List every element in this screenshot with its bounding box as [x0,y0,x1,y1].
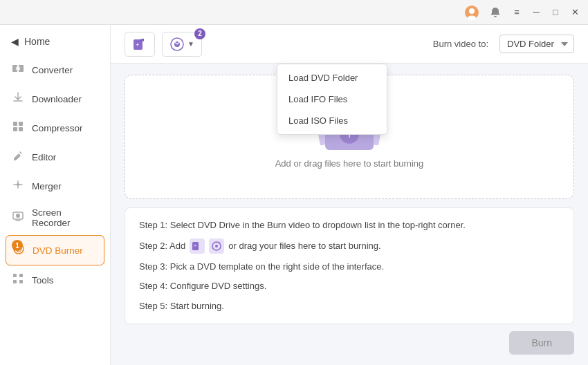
sidebar-item-dvd-burner[interactable]: 1 DVD Burner [6,235,104,265]
step-2-prefix: Step 2: Add [139,240,185,252]
step-3: Step 3: Pick a DVD template on the right… [139,261,560,273]
step-2: Step 2: Add + + or drag your files here … [139,238,560,254]
user-icon[interactable] [462,3,481,22]
sidebar-item-compressor[interactable]: Compressor [0,113,110,142]
add-dvd-icon: + [209,238,224,254]
sidebar: ◀ Home Converter Downloader Compressor [0,25,111,365]
svg-rect-16 [19,274,23,277]
sidebar-item-label: Screen Recorder [32,207,99,228]
sidebar-item-label: Converter [32,65,73,75]
sidebar-item-merger[interactable]: Merger [0,171,110,200]
bell-icon[interactable] [486,3,505,22]
svg-rect-17 [13,280,17,283]
back-home-button[interactable]: ◀ Home [0,30,110,53]
main-content: + 2 ▼ Load DVD Folder Load IFO Files [111,25,588,365]
sidebar-item-label: Editor [32,152,56,162]
app-body: ◀ Home Converter Downloader Compressor [0,25,588,365]
svg-rect-15 [13,274,17,277]
step-1-text: Step 1: Select DVD Drive in the Burn vid… [139,219,466,232]
svg-rect-8 [19,127,23,131]
load-ifo-files[interactable]: Load IFO Files [277,88,387,110]
toolbar: + 2 ▼ Load DVD Folder Load IFO Files [111,25,588,64]
svg-text:+: + [218,241,221,245]
minimize-button[interactable]: ─ [529,5,544,20]
load-button[interactable]: 2 ▼ [162,32,202,57]
compressor-icon [11,120,25,135]
svg-rect-6 [19,122,23,126]
tools-icon [11,272,25,288]
bottom-bar: Burn [111,324,588,362]
step-3-text: Step 3: Pick a DVD template on the right… [139,261,384,273]
sidebar-item-converter[interactable]: Converter [0,55,110,84]
sidebar-badge: 1 [12,240,23,251]
sidebar-item-tools[interactable]: Tools [0,265,110,294]
svg-rect-7 [13,127,17,131]
sidebar-item-editor[interactable]: Editor [0,142,110,171]
svg-point-1 [469,8,475,14]
sidebar-item-label: Tools [32,275,54,286]
back-label: Home [24,36,50,47]
step-5: Step 5: Start burning. [139,300,560,312]
svg-rect-3 [12,65,17,72]
step-2-suffix: or drag your files here to start burning… [228,240,380,252]
sidebar-item-screen-recorder[interactable]: Screen Recorder [0,200,110,235]
burn-to-label: Burn video to: [433,39,488,49]
load-iso-files[interactable]: Load ISO Files [277,110,387,131]
step-5-text: Step 5: Start burning. [139,300,224,312]
svg-rect-5 [13,122,17,126]
editor-icon [11,149,25,165]
add-file-button[interactable]: + [125,32,155,57]
sidebar-item-label: Merger [32,181,62,191]
svg-rect-18 [19,280,23,283]
sidebar-item-label: Downloader [32,94,82,104]
close-button[interactable]: ✕ [567,5,582,20]
burn-button[interactable]: Burn [509,331,574,355]
converter-icon [11,62,25,77]
title-bar: ≡ ─ □ ✕ [0,0,588,25]
downloader-icon [11,91,25,106]
svg-text:+: + [194,243,196,248]
maximize-button[interactable]: □ [548,5,563,20]
sidebar-item-label: DVD Burner [33,245,83,256]
step-4-text: Step 4: Configure DVD settings. [139,280,266,292]
load-badge: 2 [194,28,205,39]
sidebar-item-downloader[interactable]: Downloader [0,84,110,113]
svg-text:+: + [136,41,139,48]
add-video-icon: + [190,238,205,254]
sidebar-item-label: Compressor [32,123,83,133]
instructions-panel: Step 1: Select DVD Drive in the Burn vid… [125,207,574,324]
merger-icon [11,178,25,194]
step-1: Step 1: Select DVD Drive in the Burn vid… [139,219,560,232]
title-bar-controls: ≡ ─ □ ✕ [462,3,582,22]
screen-recorder-icon [11,210,25,225]
svg-point-11 [16,214,20,218]
back-icon: ◀ [11,36,19,47]
dropdown-menu: Load DVD Folder Load IFO Files Load ISO … [277,64,387,135]
load-dvd-folder[interactable]: Load DVD Folder [277,67,387,88]
dropdown-arrow: ▼ [187,40,194,48]
step-4: Step 4: Configure DVD settings. [139,280,560,292]
burn-to-select[interactable]: DVD Folder DVD Drive ISO File [499,35,574,53]
drop-zone-text: Add or drag files here to start burning [275,158,424,169]
menu-icon[interactable]: ≡ [509,5,524,20]
svg-rect-4 [19,65,24,72]
svg-point-9 [17,183,19,186]
